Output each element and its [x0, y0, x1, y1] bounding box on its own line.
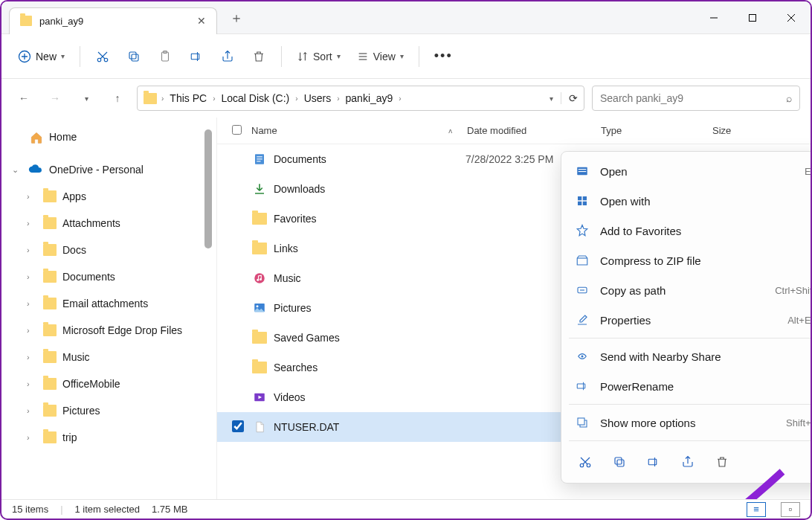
search-icon[interactable]: ⌕: [786, 92, 792, 104]
row-name: Links: [274, 243, 465, 254]
details-view-button[interactable]: ≡: [747, 502, 766, 517]
sidebar-item[interactable]: › Email attachments: [1, 290, 216, 317]
share-button[interactable]: [673, 449, 703, 475]
chevron-right-icon[interactable]: ›: [27, 433, 37, 442]
more-icon: [575, 415, 590, 430]
chevron-down-icon[interactable]: ▾: [550, 94, 553, 103]
crumb-drive[interactable]: Local Disk (C:): [219, 92, 291, 104]
context-label: Add to Favorites: [600, 225, 811, 237]
select-all-checkbox[interactable]: [232, 125, 242, 135]
copy-button[interactable]: [120, 43, 147, 70]
rename-button[interactable]: [639, 449, 668, 475]
sort-button[interactable]: Sort ▾: [291, 43, 347, 70]
svg-rect-50: [648, 459, 657, 465]
chevron-right-icon[interactable]: ›: [27, 219, 37, 228]
search-box[interactable]: ⌕: [592, 86, 800, 111]
context-separator: [569, 440, 811, 441]
chevron-down-icon[interactable]: ⌄: [12, 165, 22, 175]
sidebar-onedrive-label: OneDrive - Personal: [49, 164, 144, 176]
column-date[interactable]: Date modified: [467, 125, 601, 136]
chevron-right-icon[interactable]: ›: [27, 406, 37, 415]
chevron-right-icon[interactable]: ›: [27, 326, 37, 335]
forward-button[interactable]: →: [43, 86, 67, 110]
context-item[interactable]: Open with ›: [561, 186, 811, 216]
delete-button[interactable]: [707, 449, 737, 475]
sidebar-item[interactable]: › Apps: [1, 183, 216, 210]
maximize-button[interactable]: [733, 1, 772, 34]
tab[interactable]: panki_ay9 ✕: [9, 7, 217, 34]
recent-button[interactable]: ▾: [74, 86, 98, 110]
chevron-right-icon[interactable]: ›: [27, 353, 37, 362]
column-name[interactable]: Nameʌ: [251, 125, 467, 136]
context-item[interactable]: PowerRename: [561, 371, 811, 401]
chevron-right-icon[interactable]: ›: [27, 245, 37, 254]
context-item[interactable]: Copy as path Ctrl+Shift+C: [561, 275, 811, 305]
clipboard-icon: [158, 50, 172, 63]
refresh-button[interactable]: ⟳: [561, 92, 578, 104]
sort-icon: [297, 51, 309, 62]
chevron-right-icon[interactable]: ›: [27, 379, 37, 388]
sidebar-item[interactable]: › Attachments: [1, 210, 216, 237]
row-name: Documents: [274, 153, 465, 165]
sidebar-scrollbar[interactable]: [204, 129, 212, 248]
svg-rect-1: [750, 14, 756, 21]
copy-button[interactable]: [605, 449, 634, 475]
crumb-this-pc[interactable]: This PC: [168, 92, 208, 104]
rename-button[interactable]: [183, 43, 210, 70]
chevron-right-icon: ›: [337, 94, 339, 103]
svg-rect-12: [129, 52, 136, 59]
open-icon: [575, 164, 590, 179]
sidebar-item[interactable]: › Docs: [1, 237, 216, 263]
context-item[interactable]: Compress to ZIP file: [561, 245, 811, 275]
breadcrumb[interactable]: › This PC › Local Disk (C:) › Users › pa…: [137, 86, 584, 111]
sidebar-item[interactable]: › OfficeMobile: [1, 370, 216, 397]
sidebar-item[interactable]: › trip: [1, 424, 216, 451]
context-separator: [569, 404, 811, 405]
cut-button[interactable]: [89, 43, 116, 70]
new-button[interactable]: New ▾: [12, 43, 71, 70]
divider: [281, 46, 282, 67]
back-button[interactable]: ←: [12, 86, 36, 110]
chevron-right-icon[interactable]: ›: [27, 299, 37, 308]
crumb-users[interactable]: Users: [303, 92, 333, 104]
share-button[interactable]: [214, 43, 241, 70]
sidebar-onedrive[interactable]: ⌄ OneDrive - Personal: [1, 156, 216, 183]
sort-indicator-icon: ʌ: [448, 127, 452, 135]
chevron-right-icon[interactable]: ›: [27, 272, 37, 281]
svg-rect-22: [257, 158, 262, 159]
context-item[interactable]: Properties Alt+Enter: [561, 305, 811, 335]
cut-button[interactable]: [570, 449, 600, 475]
delete-button[interactable]: [245, 43, 272, 70]
more-button[interactable]: •••: [428, 43, 459, 70]
paste-button[interactable]: [152, 43, 178, 70]
sidebar-item[interactable]: › Documents: [1, 263, 216, 290]
close-button[interactable]: [772, 1, 811, 34]
close-tab-icon[interactable]: ✕: [197, 15, 206, 27]
search-input[interactable]: [600, 92, 786, 104]
row-icon: [251, 361, 268, 374]
context-item[interactable]: Send with Nearby Share: [561, 341, 811, 371]
svg-rect-15: [191, 54, 199, 60]
row-name: Saved Games: [274, 332, 465, 344]
minimize-button[interactable]: [695, 1, 733, 34]
context-item[interactable]: Add to Favorites: [561, 216, 811, 245]
view-button[interactable]: View ▾: [351, 43, 410, 70]
row-checkbox[interactable]: [232, 420, 244, 432]
divider: [419, 46, 419, 67]
crumb-current[interactable]: panki_ay9: [344, 92, 395, 104]
row-name: Searches: [274, 362, 465, 373]
thumbnails-view-button[interactable]: ▫: [781, 502, 800, 517]
column-size[interactable]: Size: [712, 125, 811, 136]
chevron-right-icon[interactable]: ›: [27, 192, 37, 201]
folder-icon: [20, 16, 32, 26]
address-bar-row: ← → ▾ ↑ › This PC › Local Disk (C:) › Us…: [1, 79, 811, 118]
sidebar-item[interactable]: › Microsoft Edge Drop Files: [1, 317, 216, 344]
sidebar-item[interactable]: › Music: [1, 344, 216, 370]
new-tab-button[interactable]: ＋: [225, 6, 248, 30]
up-button[interactable]: ↑: [106, 86, 129, 110]
context-item[interactable]: Open Enter: [561, 156, 811, 186]
sidebar-home[interactable]: Home: [1, 123, 216, 150]
sidebar-item[interactable]: › Pictures: [1, 397, 216, 424]
context-item[interactable]: Show more options Shift+F10: [561, 408, 811, 437]
column-type[interactable]: Type: [601, 125, 712, 136]
